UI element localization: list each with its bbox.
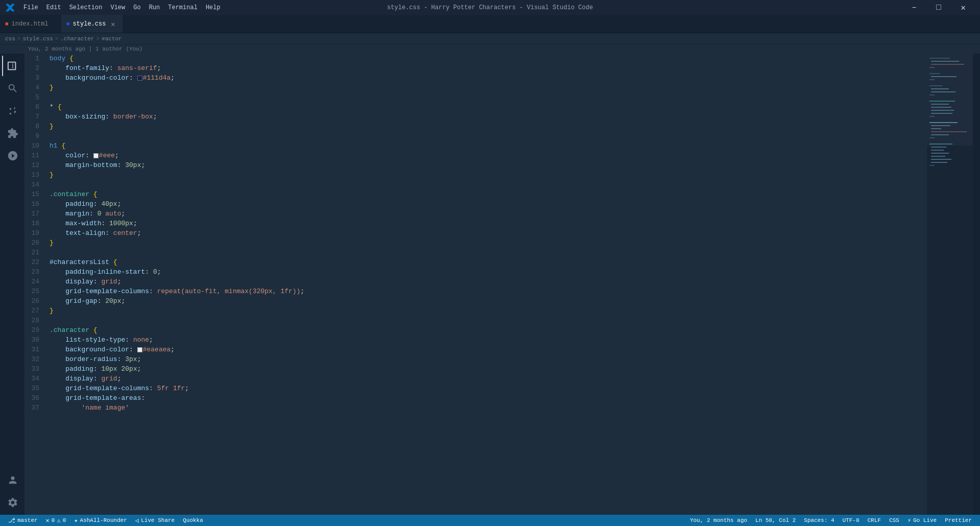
- code-line-5[interactable]: [50, 92, 927, 102]
- menu-help[interactable]: Help: [202, 3, 225, 12]
- editor-area: 1 2 3 4 5 6 7 8 9 10 11 12 13 14 15 16 1: [24, 54, 980, 515]
- line-num-24: 24: [24, 277, 43, 286]
- code-line-33[interactable]: padding: 10px 20px;: [50, 364, 927, 374]
- code-line-12[interactable]: margin-bottom: 30px;: [50, 160, 927, 170]
- line-num-27: 27: [24, 306, 43, 316]
- code-line-32[interactable]: border-radius: 3px;: [50, 354, 927, 364]
- breadcrumb-actor[interactable]: #actor: [102, 36, 122, 42]
- tab-label-index-html: index.html: [12, 20, 48, 28]
- blame-status-item[interactable]: You, 2 months ago: [686, 515, 751, 526]
- code-line-35[interactable]: grid-template-columns: 5fr 1fr;: [50, 384, 927, 393]
- code-line-6[interactable]: * {: [50, 102, 927, 112]
- errors-item[interactable]: ✕ 0 ⚠ 0: [42, 515, 70, 526]
- code-line-20[interactable]: }: [50, 238, 927, 248]
- maximize-button[interactable]: □: [927, 0, 950, 15]
- activity-settings[interactable]: [2, 492, 22, 513]
- git-branch-label: master: [17, 517, 38, 523]
- language-label: CSS: [889, 517, 899, 523]
- breadcrumb-css[interactable]: css: [5, 36, 15, 42]
- line-num-6: 6: [24, 102, 43, 112]
- code-line-34[interactable]: display: grid;: [50, 374, 927, 384]
- status-bar-right: You, 2 months ago Ln 58, Col 2 Spaces: 4…: [686, 515, 976, 526]
- menu-selection[interactable]: Selection: [65, 3, 107, 12]
- menu-terminal[interactable]: Terminal: [164, 3, 202, 12]
- code-line-19[interactable]: text-align: center;: [50, 228, 927, 238]
- line-num-19: 19: [24, 228, 43, 238]
- line-num-10: 10: [24, 141, 43, 151]
- line-num-9: 9: [24, 131, 43, 141]
- svg-rect-26: [931, 150, 944, 151]
- tab-style-css[interactable]: ■ style.css ✕: [61, 15, 122, 33]
- code-line-22[interactable]: #charactersList {: [50, 257, 927, 267]
- code-line-3[interactable]: background-color: #111d4a;: [50, 73, 927, 83]
- code-line-7[interactable]: box-sizing: border-box;: [50, 112, 927, 122]
- code-line-25[interactable]: grid-template-columns: repeat(auto-fit, …: [50, 286, 927, 296]
- code-line-36[interactable]: grid-template-areas:: [50, 393, 927, 403]
- color-swatch-eee: [93, 153, 99, 158]
- encoding-label: UTF-8: [843, 517, 860, 523]
- quokka-item[interactable]: Quokka: [179, 515, 207, 526]
- line-num-22: 22: [24, 257, 43, 267]
- close-button[interactable]: ✕: [951, 0, 975, 15]
- git-branch-item[interactable]: ⎇ master: [4, 515, 42, 526]
- menu-run[interactable]: Run: [145, 3, 164, 12]
- code-editor[interactable]: 1 2 3 4 5 6 7 8 9 10 11 12 13 14 15 16 1: [24, 54, 927, 515]
- code-line-16[interactable]: padding: 40px;: [50, 199, 927, 209]
- breadcrumb-file[interactable]: style.css: [22, 36, 53, 42]
- code-line-28[interactable]: [50, 316, 927, 325]
- editor-scrollbar[interactable]: [973, 54, 980, 515]
- code-line-29[interactable]: .character {: [50, 325, 927, 335]
- line-ending-item[interactable]: CRLF: [864, 515, 885, 526]
- activity-explorer[interactable]: [2, 56, 22, 76]
- line-num-11: 11: [24, 151, 43, 160]
- tab-index-html[interactable]: ■ index.html: [0, 15, 61, 33]
- activity-search[interactable]: [2, 78, 22, 99]
- code-line-37[interactable]: 'name image': [50, 403, 927, 413]
- code-line-15[interactable]: .container {: [50, 189, 927, 199]
- menu-edit[interactable]: Edit: [42, 3, 65, 12]
- code-line-17[interactable]: margin: 0 auto;: [50, 209, 927, 219]
- line-num-29: 29: [24, 325, 43, 335]
- activity-run[interactable]: [2, 146, 22, 166]
- code-line-4[interactable]: }: [50, 83, 927, 92]
- activity-source-control[interactable]: [2, 101, 22, 121]
- tab-close-style-css[interactable]: ✕: [109, 20, 117, 28]
- code-line-8[interactable]: }: [50, 122, 927, 131]
- indent-item[interactable]: Spaces: 4: [800, 515, 838, 526]
- prettier-item[interactable]: Prettier: [941, 515, 976, 526]
- code-line-26[interactable]: grid-gap: 20px;: [50, 296, 927, 306]
- live-share-item[interactable]: ◁ Live Share: [131, 515, 179, 526]
- code-line-31[interactable]: background-color: #eaeaea;: [50, 345, 927, 354]
- minimap[interactable]: [927, 54, 973, 515]
- code-line-10[interactable]: h1 {: [50, 141, 927, 151]
- encoding-item[interactable]: UTF-8: [839, 515, 864, 526]
- code-line-9[interactable]: [50, 131, 927, 141]
- code-lines[interactable]: body { font-family: sans-serif; backgrou…: [47, 54, 927, 413]
- code-line-18[interactable]: max-width: 1000px;: [50, 219, 927, 228]
- search-icon: [7, 83, 18, 94]
- menu-view[interactable]: View: [106, 3, 129, 12]
- code-line-21[interactable]: [50, 248, 927, 257]
- tab-bar: ■ index.html ■ style.css ✕: [0, 15, 980, 33]
- menu-go[interactable]: Go: [129, 3, 144, 12]
- language-item[interactable]: CSS: [885, 515, 903, 526]
- code-line-13[interactable]: }: [50, 170, 927, 180]
- menu-file[interactable]: File: [19, 3, 42, 12]
- main-area: 1 2 3 4 5 6 7 8 9 10 11 12 13 14 15 16 1: [0, 54, 980, 515]
- settings-icon: [7, 497, 18, 508]
- code-line-30[interactable]: list-style-type: none;: [50, 335, 927, 345]
- go-live-item[interactable]: ⚡ Go Live: [903, 515, 941, 526]
- code-line-14[interactable]: [50, 180, 927, 189]
- code-line-1[interactable]: body {: [50, 54, 927, 63]
- breadcrumb-character[interactable]: .character: [60, 36, 94, 42]
- activity-account[interactable]: [2, 470, 22, 490]
- code-line-2[interactable]: font-family: sans-serif;: [50, 63, 927, 73]
- code-line-27[interactable]: }: [50, 306, 927, 316]
- code-line-24[interactable]: display: grid;: [50, 277, 927, 286]
- activity-extensions[interactable]: [2, 123, 22, 144]
- code-line-11[interactable]: color: #eee;: [50, 151, 927, 160]
- minimize-button[interactable]: –: [902, 0, 926, 15]
- ash-all-rounder-item[interactable]: ✦ AshAll-Rounder: [70, 515, 131, 526]
- code-line-23[interactable]: padding-inline-start: 0;: [50, 267, 927, 277]
- cursor-position-item[interactable]: Ln 58, Col 2: [751, 515, 800, 526]
